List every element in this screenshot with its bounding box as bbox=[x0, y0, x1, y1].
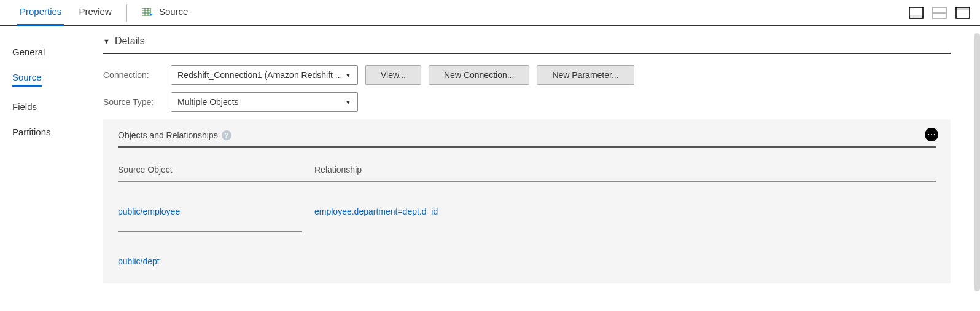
sidebar-item-label: Source bbox=[12, 72, 42, 82]
svg-rect-6 bbox=[909, 15, 923, 18]
panel-full-icon[interactable] bbox=[955, 7, 970, 19]
objects-table-header: Source Object Relationship bbox=[118, 165, 936, 182]
source-type-value: Multiple Objects bbox=[177, 97, 239, 107]
row-source-type: Source Type: Multiple Objects ▼ bbox=[103, 92, 951, 112]
view-button[interactable]: View... bbox=[365, 65, 421, 85]
svg-rect-10 bbox=[956, 7, 970, 10]
panel-bottom-icon[interactable] bbox=[909, 7, 924, 19]
objects-panel-title: Objects and Relationships ? bbox=[118, 130, 936, 148]
chevron-down-icon: ▼ bbox=[345, 72, 351, 79]
sidebar-item-label: General bbox=[12, 47, 45, 57]
top-tab-bar: Properties Preview Source bbox=[0, 0, 980, 26]
tab-properties[interactable]: Properties bbox=[11, 0, 70, 26]
objects-panel: Objects and Relationships ? ⋯ Source Obj… bbox=[103, 119, 951, 283]
tab-source-crumb[interactable]: Source bbox=[133, 0, 197, 26]
details-title: Details bbox=[115, 36, 145, 47]
source-type-select[interactable]: Multiple Objects ▼ bbox=[171, 92, 358, 112]
relationship-cell bbox=[314, 256, 936, 266]
panel-split-icon[interactable] bbox=[932, 7, 947, 19]
sidebar-item-partitions[interactable]: Partitions bbox=[0, 119, 98, 144]
new-parameter-button[interactable]: New Parameter... bbox=[537, 65, 634, 85]
col-header-relationship: Relationship bbox=[314, 165, 936, 175]
active-underline bbox=[12, 85, 42, 87]
objects-title-text: Objects and Relationships bbox=[118, 130, 218, 140]
col-header-source-object: Source Object bbox=[118, 165, 314, 175]
main-panel: ▼ Details Connection: Redshift_Connectio… bbox=[98, 26, 980, 311]
table-row: public/employee employee.department=dept… bbox=[118, 182, 936, 216]
source-crumb-label: Source bbox=[159, 6, 189, 17]
source-object-link[interactable]: public/employee bbox=[118, 207, 314, 216]
source-type-label: Source Type: bbox=[103, 97, 171, 107]
sidebar-item-label: Partitions bbox=[12, 127, 51, 137]
collapse-icon: ▼ bbox=[103, 37, 110, 45]
scrollbar[interactable] bbox=[974, 33, 980, 291]
tab-separator bbox=[126, 4, 127, 22]
more-actions-button[interactable]: ⋯ bbox=[925, 128, 938, 141]
sidebar-item-source[interactable]: Source bbox=[0, 65, 98, 94]
row-connection: Connection: Redshift_Connection1 (Amazon… bbox=[103, 65, 951, 85]
connection-label: Connection: bbox=[103, 70, 171, 80]
tab-preview[interactable]: Preview bbox=[70, 0, 120, 26]
relationship-link[interactable]: employee.department=dept.d_id bbox=[314, 207, 936, 216]
connection-value: Redshift_Connection1 (Amazon Redshift ..… bbox=[177, 70, 342, 80]
table-row: public/dept bbox=[118, 232, 936, 266]
sidebar-item-label: Fields bbox=[12, 101, 37, 112]
chevron-down-icon: ▼ bbox=[345, 99, 351, 106]
details-header[interactable]: ▼ Details bbox=[103, 36, 951, 54]
sidebar-item-fields[interactable]: Fields bbox=[0, 94, 98, 119]
source-object-link[interactable]: public/dept bbox=[118, 256, 314, 266]
help-icon[interactable]: ? bbox=[222, 130, 231, 140]
panel-layout-icons bbox=[909, 7, 970, 19]
svg-rect-0 bbox=[142, 8, 150, 15]
connection-select[interactable]: Redshift_Connection1 (Amazon Redshift ..… bbox=[171, 65, 358, 85]
sidebar: General Source Fields Partitions bbox=[0, 26, 98, 311]
sidebar-item-general[interactable]: General bbox=[0, 39, 98, 65]
source-table-icon bbox=[142, 8, 153, 17]
new-connection-button[interactable]: New Connection... bbox=[429, 65, 529, 85]
content-area: General Source Fields Partitions ▼ Detai… bbox=[0, 26, 980, 311]
